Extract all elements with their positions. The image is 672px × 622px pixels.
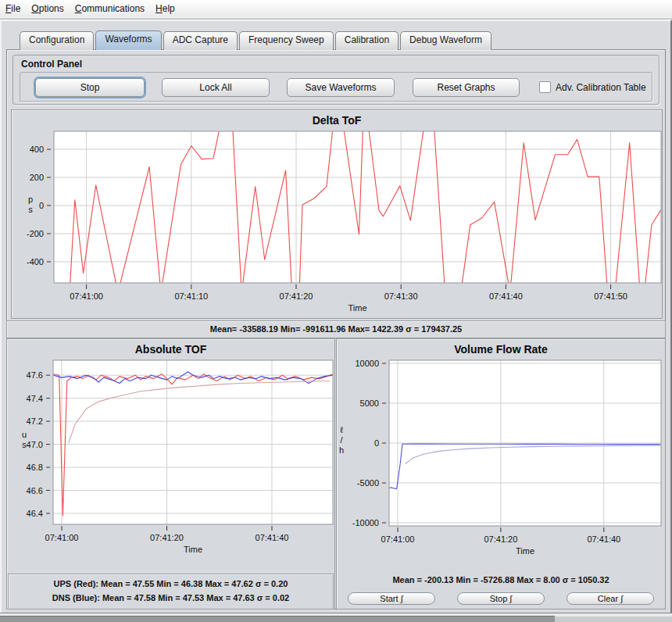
svg-text:46.6: 46.6	[27, 486, 43, 495]
control-panel-title: Control Panel	[21, 59, 82, 70]
delta-tof-panel: Delta ToF -400-200020040007:41:0007:41:1…	[11, 109, 663, 319]
svg-text:46.8: 46.8	[27, 463, 43, 472]
menu-options[interactable]: Options	[26, 2, 69, 16]
stop-integrator-button[interactable]: Stop ∫	[457, 592, 545, 605]
svg-text:07:41:20: 07:41:20	[484, 534, 517, 544]
svg-text:47.0: 47.0	[27, 440, 43, 449]
volume-flow-stats: Mean = -200.13 Min = -5726.88 Max = 8.00…	[337, 575, 665, 584]
svg-text:07:41:40: 07:41:40	[489, 291, 523, 301]
save-waveforms-button[interactable]: Save Waveforms	[287, 78, 395, 97]
tab-debug-waveform[interactable]: Debug Waveform	[400, 31, 491, 50]
svg-text:07:41:50: 07:41:50	[594, 291, 627, 301]
tab-adc-capture[interactable]: ADC Capture	[163, 31, 238, 50]
background-strip-left	[0, 616, 555, 622]
svg-text:07:41:40: 07:41:40	[256, 533, 289, 542]
svg-text:47.4: 47.4	[27, 394, 43, 403]
svg-text:10000: 10000	[355, 359, 379, 368]
svg-text:ℓ: ℓ	[340, 425, 343, 434]
svg-text:Time: Time	[348, 303, 366, 313]
svg-text:07:41:20: 07:41:20	[280, 291, 313, 301]
svg-text:-5000: -5000	[357, 478, 379, 488]
svg-text:p: p	[28, 195, 33, 204]
svg-text:0: 0	[374, 438, 379, 448]
svg-text:s: s	[22, 440, 27, 449]
stop-button[interactable]: Stop	[35, 78, 145, 97]
svg-text:07:41:10: 07:41:10	[174, 291, 208, 301]
svg-text:47.6: 47.6	[27, 370, 43, 380]
svg-text:-200: -200	[27, 229, 44, 238]
volume-flow-panel: Volume Flow Rate -10000-5000050001000007…	[336, 338, 666, 609]
svg-text:46.4: 46.4	[27, 509, 43, 518]
svg-text:07:41:00: 07:41:00	[45, 533, 79, 542]
adv-calibration-checkbox[interactable]	[539, 81, 551, 93]
reset-graphs-button[interactable]: Reset Graphs	[413, 78, 520, 97]
svg-text:h: h	[339, 445, 344, 455]
lock-all-button[interactable]: Lock All	[162, 78, 270, 97]
menu-file[interactable]: File	[0, 2, 26, 16]
absolute-tof-stats-box: UPS (Red): Mean = 47.55 Min = 46.38 Max …	[8, 574, 334, 609]
tab-configuration[interactable]: Configuration	[20, 31, 94, 50]
svg-text:07:41:00: 07:41:00	[381, 534, 415, 544]
svg-text:0: 0	[39, 201, 44, 210]
svg-text:07:41:00: 07:41:00	[70, 291, 103, 301]
menu-bar: File Options Communications Help	[0, 0, 672, 18]
svg-text:07:41:20: 07:41:20	[150, 533, 184, 542]
tab-calibration[interactable]: Calibration	[335, 31, 399, 50]
svg-text:-400: -400	[27, 257, 44, 266]
menu-help[interactable]: Help	[150, 2, 181, 16]
adv-calibration-checkbox-row[interactable]: Adv. Calibration Table	[539, 81, 646, 93]
svg-text:47.2: 47.2	[27, 416, 43, 426]
svg-text:Time: Time	[184, 545, 202, 554]
svg-text:200: 200	[30, 173, 44, 182]
svg-text:400: 400	[30, 145, 44, 154]
delta-tof-chart: -400-200020040007:41:0007:41:1007:41:200…	[12, 110, 663, 315]
background-strip-right	[555, 616, 672, 622]
absolute-tof-chart: 46.446.646.847.047.247.447.607:41:0007:4…	[7, 339, 336, 572]
svg-text:07:41:40: 07:41:40	[587, 534, 620, 544]
volume-flow-chart: -10000-5000050001000007:41:0007:41:2007:…	[337, 339, 667, 572]
svg-text:/: /	[340, 435, 343, 445]
adv-calibration-label: Adv. Calibration Table	[556, 82, 646, 93]
start-integrator-button[interactable]: Start ∫	[348, 592, 435, 605]
delta-tof-stats: Mean= -33588.19 Min= -991611.96 Max= 142…	[6, 320, 666, 338]
dns-stats: DNS (Blue): Mean = 47.58 Min = 47.53 Max…	[9, 593, 333, 602]
tab-bar: Configuration Waveforms ADC Capture Freq…	[20, 31, 493, 50]
svg-text:5000: 5000	[360, 399, 379, 408]
svg-text:s: s	[28, 205, 33, 214]
svg-text:-10000: -10000	[352, 518, 379, 527]
svg-text:07:41:30: 07:41:30	[384, 291, 418, 301]
absolute-tof-panel: Absolute TOF 46.446.646.847.047.247.447.…	[6, 338, 335, 609]
svg-text:Time: Time	[516, 546, 534, 556]
tab-frequency-sweep[interactable]: Frequency Sweep	[239, 31, 334, 50]
svg-text:u: u	[22, 430, 27, 439]
ups-stats: UPS (Red): Mean = 47.55 Min = 46.38 Max …	[9, 579, 333, 588]
tab-waveforms[interactable]: Waveforms	[95, 30, 161, 50]
clear-integrator-button[interactable]: Clear ∫	[567, 592, 654, 605]
menu-communications[interactable]: Communications	[70, 2, 150, 16]
